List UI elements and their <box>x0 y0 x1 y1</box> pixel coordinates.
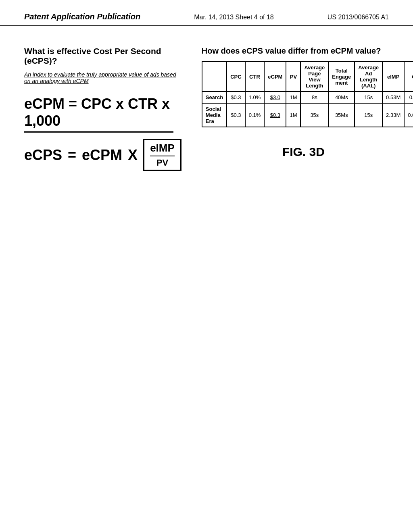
table-question: How does eCPS value differ from eCPM val… <box>202 46 413 56</box>
col-header-ctr: CTR <box>245 62 265 91</box>
times-sign: X <box>128 147 138 164</box>
table-row: SocialMediaEra $0.3 0.1% $0.3 1M 35s 35M… <box>202 103 413 127</box>
cell-cpc-search: $0.3 <box>227 91 245 103</box>
cell-ctr-search: 1.0% <box>245 91 265 103</box>
ecpm-ref: eCPM <box>82 147 122 164</box>
cell-eimp-search: 0.53M <box>382 91 404 103</box>
section-title: What is effective Cost Per Second (eCPS)… <box>24 46 181 66</box>
col-header-pv: PV <box>286 62 300 91</box>
fig-label: FIG. 3D <box>282 145 413 159</box>
ecpm-formula: eCPM = CPC x CTR x 1,000 <box>24 96 181 129</box>
cell-aal-social: 15s <box>355 103 382 127</box>
cell-apvl-search: 8s <box>300 91 328 103</box>
col-header-aal: Average Ad Length (AAL) <box>355 62 382 91</box>
cell-apvl-social: 35s <box>300 103 328 127</box>
fraction-numerator: eIMP <box>150 142 175 156</box>
fraction-box: eIMP PV <box>143 139 181 171</box>
cell-ecpm-search: $3.0 <box>264 91 286 103</box>
cell-aal-search: 15s <box>355 91 382 103</box>
row-label-search: Search <box>202 91 227 103</box>
cell-cps-search: 0.025¢ <box>404 91 413 103</box>
cell-pv-search: 1M <box>286 91 300 103</box>
col-header-cps: CPS <box>404 62 413 91</box>
page: Patent Application Publication Mar. 14, … <box>0 0 413 532</box>
section-subtitle: An index to evaluate the truly appropria… <box>24 71 181 84</box>
right-column: How does eCPS value differ from eCPM val… <box>202 46 413 159</box>
equals-sign: = <box>68 147 76 164</box>
comparison-table: CPC CTR eCPM PV Average Page View Length… <box>202 61 413 127</box>
table-row: Search $0.3 1.0% $3.0 1M 8s 40Ms 15s 0.5… <box>202 91 413 103</box>
col-header-ecpm: eCPM <box>264 62 286 91</box>
cell-te-social: 35Ms <box>328 103 355 127</box>
cell-cpc-social: $0.3 <box>227 103 245 127</box>
col-header-cpc: CPC <box>227 62 245 91</box>
main-content: What is effective Cost Per Second (eCPS)… <box>0 26 413 183</box>
cell-ctr-social: 0.1% <box>245 103 265 127</box>
cell-cps-social: 0.0025¢ <box>404 103 413 127</box>
ecps-word: eCPS <box>24 147 62 164</box>
left-column: What is effective Cost Per Second (eCPS)… <box>24 46 181 171</box>
cell-ecpm-social: $0.3 <box>264 103 286 127</box>
cell-eimp-social: 2.33M <box>382 103 404 127</box>
cell-pv-social: 1M <box>286 103 300 127</box>
fraction-denominator: PV <box>150 156 175 168</box>
patent-number-label: US 2013/0066705 A1 <box>327 14 389 21</box>
col-header-eimp: eIMP <box>382 62 404 91</box>
col-header-apvl: Average Page View Length <box>300 62 328 91</box>
cell-te-search: 40Ms <box>328 91 355 103</box>
row-label-social: SocialMediaEra <box>202 103 227 127</box>
publication-label: Patent Application Publication <box>24 12 140 21</box>
col-header-te: Total Engage ment <box>328 62 355 91</box>
header: Patent Application Publication Mar. 14, … <box>0 0 413 26</box>
col-header-blank <box>202 62 227 91</box>
date-sheet-label: Mar. 14, 2013 Sheet 4 of 18 <box>194 14 273 21</box>
